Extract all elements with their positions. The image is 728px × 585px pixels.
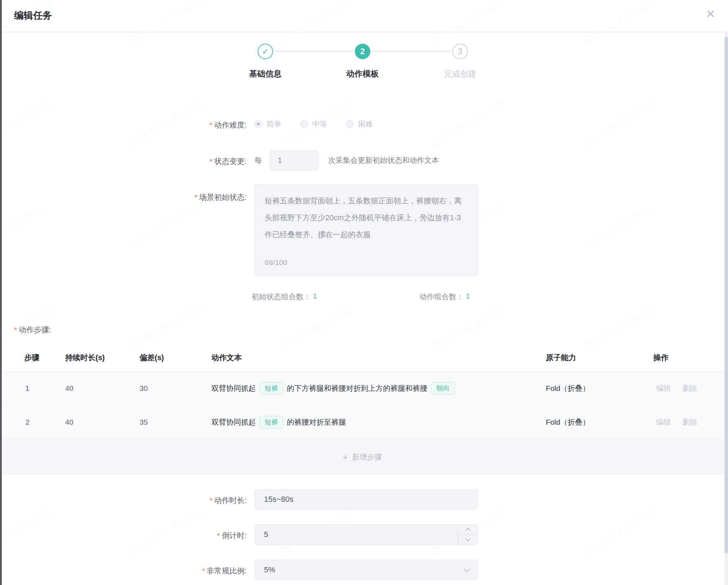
- cell-ability: Fold（折叠）: [546, 417, 590, 427]
- state-change-suffix: 次采集会更新初始状态和动作文本: [328, 155, 439, 165]
- initial-combo-label: 初始状态组合数：: [252, 292, 311, 302]
- col-header-ability: 原子能力: [546, 352, 576, 363]
- state-change-prefix: 每: [254, 155, 262, 165]
- stepper-line: [372, 51, 451, 52]
- required-mark: *: [210, 157, 212, 165]
- required-mark: *: [210, 121, 212, 129]
- orientation-tag: 朝向: [431, 382, 455, 395]
- action-combo-count: 动作组合数： 1: [419, 292, 470, 302]
- initial-state-label: *场景初始状态:: [0, 192, 247, 202]
- delete-row-button[interactable]: 删除: [683, 383, 697, 393]
- state-change-row: 每 1 次采集会更新初始状态和动作文本: [254, 150, 439, 171]
- step-2-label: 动作模板: [324, 68, 401, 79]
- radio-label: 简单: [266, 119, 281, 129]
- table-row: 2 40 35 双臂协同抓起 短裤 的裤腰对折至裤腿 Fold（折叠） 编辑 删…: [0, 406, 724, 439]
- step-1-circle: ✓: [258, 44, 273, 59]
- radio-label: 困难: [358, 119, 373, 129]
- stepper-line: [274, 51, 353, 52]
- action-duration-value: 15s~80s: [264, 495, 294, 504]
- radio-option-hard[interactable]: 困难: [346, 119, 373, 129]
- col-header-step: 步骤: [24, 352, 39, 363]
- step-3-circle: 3: [452, 44, 468, 59]
- number-spinner: [457, 525, 477, 544]
- required-mark: *: [14, 326, 17, 334]
- edit-row-button[interactable]: 编辑: [656, 417, 671, 427]
- initial-combo-count: 初始状态组合数： 1: [252, 292, 317, 302]
- page-edge: [0, 0, 2, 585]
- col-header-action-text: 动作文本: [211, 352, 242, 363]
- radio-option-medium[interactable]: 中等: [300, 119, 327, 129]
- cell-ability: Fold（折叠）: [546, 383, 590, 393]
- cell-deviation: 30: [140, 384, 148, 393]
- countdown-value: 5: [264, 530, 268, 539]
- action-combo-label: 动作组合数：: [419, 292, 464, 302]
- cell-duration: 40: [65, 418, 73, 426]
- cell-step: 1: [25, 384, 30, 393]
- radio-option-easy[interactable]: 简单: [254, 119, 281, 129]
- plus-icon: +: [343, 452, 348, 462]
- add-step-label: 新增步骤: [352, 452, 382, 462]
- required-mark: *: [202, 567, 205, 575]
- cell-step: 2: [25, 418, 30, 426]
- step-1-label: 基础信息: [227, 68, 304, 79]
- initial-state-textarea[interactable]: 短裤五条数据背面朝上，五条数据正面朝上，裤腰朝右，离头部视野下方至少20cm之外…: [254, 184, 478, 276]
- difficulty-label: *动作难度:: [0, 120, 247, 130]
- object-tag: 短裤: [259, 416, 283, 429]
- cell-duration: 40: [65, 384, 73, 393]
- state-change-input[interactable]: 1: [270, 150, 319, 171]
- unusual-ratio-label: *非常规比例:: [0, 566, 247, 576]
- dialog-header: 编辑任务 ✕: [0, 0, 728, 32]
- state-change-label: *状态变更:: [0, 156, 247, 166]
- action-duration-label: *动作时长:: [0, 495, 247, 505]
- object-tag: 短裤: [259, 382, 283, 395]
- initial-combo-value: 1: [313, 292, 317, 302]
- char-counter: 69/100: [265, 254, 287, 271]
- radio-icon: [300, 120, 308, 128]
- table-row: 1 40 30 双臂协同抓起 短裤 的下方裤腿和裤腰对折到上方的裤腿和裤腰 朝向…: [0, 372, 724, 405]
- chevron-up-icon: [465, 528, 470, 534]
- col-header-deviation: 偏差(s): [140, 352, 164, 363]
- cell-action-text: 双臂协同抓起 短裤 的下方裤腿和裤腰对折到上方的裤腿和裤腰 朝向: [211, 372, 455, 405]
- step-2-circle: 2: [355, 44, 370, 59]
- unusual-ratio-select[interactable]: 5%: [254, 560, 478, 580]
- edit-task-dialog: ({current_time})({current_time})({curren…: [0, 0, 728, 585]
- col-header-duration: 持续时长(s): [65, 352, 105, 363]
- chevron-down-icon: [463, 566, 470, 572]
- chevron-down-icon: [465, 536, 470, 542]
- action-steps-label: *动作步骤:: [14, 325, 51, 335]
- countdown-label: *倒计时:: [0, 530, 247, 541]
- edit-row-button[interactable]: 编辑: [656, 383, 671, 393]
- countdown-input[interactable]: 5: [254, 524, 478, 545]
- decrease-button[interactable]: [458, 535, 477, 545]
- initial-state-text: 短裤五条数据背面朝上，五条数据正面朝上，裤腰朝右，离头部视野下方至少20cm之外…: [265, 197, 462, 239]
- delete-row-button[interactable]: 删除: [683, 417, 697, 427]
- step-3-label: 完成创建: [421, 68, 499, 79]
- cell-action-text: 双臂协同抓起 短裤 的裤腰对折至裤腿: [211, 406, 346, 439]
- difficulty-radio-group: 简单 中等 困难: [254, 119, 373, 129]
- required-mark: *: [210, 496, 212, 504]
- required-mark: *: [195, 193, 197, 201]
- unusual-ratio-value: 5%: [264, 565, 275, 574]
- radio-label: 中等: [312, 119, 327, 129]
- dialog-title: 编辑任务: [14, 9, 52, 22]
- scrollbar-thumb[interactable]: [724, 37, 728, 553]
- action-combo-value: 1: [466, 292, 470, 302]
- required-mark: *: [217, 531, 220, 540]
- action-duration-input[interactable]: 15s~80s: [254, 489, 478, 510]
- cell-deviation: 35: [140, 418, 148, 426]
- close-icon[interactable]: ✕: [706, 8, 715, 20]
- increase-button[interactable]: [458, 525, 477, 535]
- add-step-button[interactable]: + 新增步骤: [0, 439, 724, 475]
- radio-selected-icon: [254, 120, 262, 128]
- radio-icon: [346, 120, 354, 128]
- check-icon: ✓: [262, 47, 269, 56]
- col-header-actions: 操作: [653, 352, 668, 363]
